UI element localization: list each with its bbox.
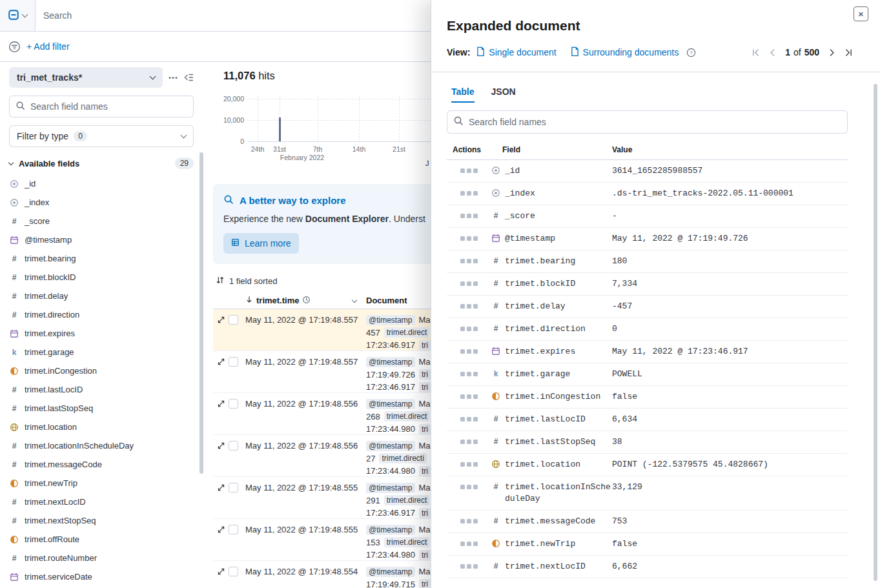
tab-table[interactable]: Table: [451, 86, 475, 103]
field-list-item[interactable]: @timestamp: [9, 230, 194, 249]
expand-document-icon[interactable]: [217, 567, 225, 576]
toggle-column-icon[interactable]: [473, 349, 478, 354]
field-list-item[interactable]: _index: [9, 193, 194, 212]
sidebar-scrollbar[interactable]: [200, 152, 203, 474]
toggle-column-icon[interactable]: [473, 394, 478, 399]
field-list-item[interactable]: trimet.offRoute: [9, 530, 194, 549]
filter-for-value-icon[interactable]: [460, 462, 465, 467]
row-checkbox[interactable]: [229, 357, 238, 367]
data-view-picker[interactable]: tri_met_tracks*: [9, 67, 163, 88]
filter-out-value-icon[interactable]: [467, 417, 471, 421]
filter-for-value-icon[interactable]: [460, 304, 465, 309]
add-filter-button[interactable]: + Add filter: [26, 41, 70, 52]
row-checkbox[interactable]: [229, 441, 238, 451]
filter-out-value-icon[interactable]: [467, 304, 471, 309]
filter-out-value-icon[interactable]: [467, 519, 471, 523]
last-page-icon[interactable]: [844, 48, 853, 57]
flyout-scrollbar[interactable]: [874, 84, 877, 581]
field-search-input[interactable]: [30, 101, 187, 112]
tab-json[interactable]: JSON: [491, 86, 516, 103]
filter-out-value-icon[interactable]: [467, 191, 471, 196]
filter-out-value-icon[interactable]: [467, 214, 471, 218]
field-list-item[interactable]: #trimet.delay: [9, 287, 194, 305]
filter-for-value-icon[interactable]: [460, 236, 465, 241]
filter-out-value-icon[interactable]: [467, 394, 471, 399]
filter-out-value-icon[interactable]: [467, 327, 471, 331]
expand-document-icon[interactable]: [217, 525, 225, 534]
toggle-column-icon[interactable]: [473, 542, 478, 546]
expand-document-icon[interactable]: [217, 316, 225, 324]
surrounding-documents-link[interactable]: Surrounding documents: [571, 46, 679, 58]
close-flyout-button[interactable]: ×: [854, 6, 868, 21]
filter-out-value-icon[interactable]: [467, 349, 471, 354]
field-list-item[interactable]: trimet.serviceDate: [9, 567, 194, 586]
expand-document-icon[interactable]: [217, 483, 225, 492]
toggle-column-icon[interactable]: [473, 191, 478, 196]
filter-by-type-button[interactable]: Filter by type 0: [9, 125, 194, 147]
toggle-column-icon[interactable]: [473, 564, 478, 569]
field-list-item[interactable]: #trimet.nextLocID: [9, 492, 194, 511]
doc-viewer-search-input[interactable]: [469, 117, 841, 127]
field-list-item[interactable]: trimet.inCongestion: [9, 361, 194, 380]
filter-out-value-icon[interactable]: [467, 236, 471, 241]
filter-out-value-icon[interactable]: [467, 440, 471, 444]
filter-for-value-icon[interactable]: [460, 372, 465, 376]
toggle-column-icon[interactable]: [473, 281, 478, 286]
row-checkbox[interactable]: [229, 399, 238, 409]
available-fields-header[interactable]: Available fields 29: [9, 157, 194, 169]
field-list-item[interactable]: trimet.location: [9, 418, 194, 436]
filter-settings-icon[interactable]: [8, 41, 21, 53]
field-list-item[interactable]: #trimet.lastStopSeq: [9, 399, 194, 418]
row-checkbox[interactable]: [229, 567, 238, 576]
filter-for-value-icon[interactable]: [460, 259, 465, 263]
histogram-bar[interactable]: [279, 117, 281, 141]
filter-out-value-icon[interactable]: [467, 259, 471, 263]
toggle-column-icon[interactable]: [473, 372, 478, 376]
filter-for-value-icon[interactable]: [460, 440, 465, 444]
filter-for-value-icon[interactable]: [460, 168, 465, 173]
expand-document-icon[interactable]: [217, 400, 225, 408]
first-page-icon[interactable]: [752, 48, 760, 57]
toggle-column-icon[interactable]: [473, 304, 478, 309]
toggle-column-icon[interactable]: [473, 236, 478, 241]
toggle-column-icon[interactable]: [473, 485, 478, 489]
field-list-item[interactable]: #_score: [9, 212, 194, 230]
field-list-item[interactable]: #trimet.nextStopSeq: [9, 511, 194, 530]
field-list-item[interactable]: #trimet.lastLocID: [9, 380, 194, 399]
filter-for-value-icon[interactable]: [460, 214, 465, 218]
expand-document-icon[interactable]: [217, 441, 225, 450]
filter-for-value-icon[interactable]: [460, 485, 465, 489]
field-list-options-icon[interactable]: [169, 76, 178, 79]
expand-document-icon[interactable]: [217, 358, 225, 366]
row-checkbox[interactable]: [229, 525, 238, 534]
field-list-item[interactable]: _id: [9, 174, 194, 193]
toggle-column-icon[interactable]: [473, 440, 478, 444]
filter-for-value-icon[interactable]: [460, 394, 465, 399]
time-column-header[interactable]: trimet.time: [245, 296, 364, 306]
filter-for-value-icon[interactable]: [460, 327, 465, 331]
next-page-icon[interactable]: [828, 48, 836, 57]
field-list-item[interactable]: trimet.newTrip: [9, 474, 194, 492]
toggle-column-icon[interactable]: [473, 168, 478, 173]
row-checkbox[interactable]: [229, 315, 238, 325]
filter-out-value-icon[interactable]: [467, 372, 471, 376]
previous-page-icon[interactable]: [768, 48, 777, 57]
field-list-item[interactable]: trimet.expires: [9, 324, 194, 343]
toggle-column-icon[interactable]: [473, 327, 478, 331]
saved-query-menu-button[interactable]: [0, 0, 36, 31]
filter-for-value-icon[interactable]: [460, 417, 465, 421]
filter-out-value-icon[interactable]: [467, 168, 471, 173]
filter-for-value-icon[interactable]: [460, 519, 465, 523]
toggle-column-icon[interactable]: [473, 259, 478, 263]
filter-for-value-icon[interactable]: [460, 542, 465, 546]
field-list-item[interactable]: #trimet.bearing: [9, 249, 194, 268]
single-document-link[interactable]: Single document: [476, 46, 556, 58]
field-list-item[interactable]: #trimet.locationInScheduleDay: [9, 436, 194, 455]
field-list-item[interactable]: #trimet.messageCode: [9, 455, 194, 474]
help-icon[interactable]: ?: [686, 48, 696, 57]
filter-for-value-icon[interactable]: [460, 349, 465, 354]
row-checkbox[interactable]: [229, 483, 238, 492]
collapse-sidebar-icon[interactable]: [183, 72, 194, 83]
toggle-column-icon[interactable]: [473, 519, 478, 523]
filter-out-value-icon[interactable]: [467, 564, 471, 569]
